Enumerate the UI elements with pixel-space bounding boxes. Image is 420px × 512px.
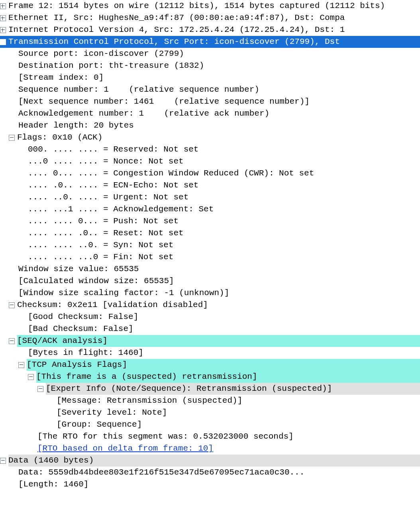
label-calcwin: [Calculated window size: 65535] (18, 275, 174, 287)
collapse-icon[interactable] (28, 374, 34, 380)
tree-row-expert[interactable]: [Expert Info (Note/Sequence): Retransmis… (0, 383, 420, 395)
label-frame: Frame 12: 1514 bytes on wire (12112 bits… (8, 0, 385, 12)
tree-row[interactable]: [The RTO for this segment was: 0.5320230… (0, 431, 420, 443)
expand-icon[interactable] (0, 3, 6, 9)
label-winscale: [Window size scaling factor: -1 (unknown… (18, 287, 229, 299)
label-flag-nonce: ...0 .... .... = Nonce: Not set (28, 156, 184, 167)
tree-row-rto-link[interactable]: [RTO based on delta from frame: 10] (0, 443, 420, 455)
tree-row[interactable]: [Bytes in flight: 1460] (0, 347, 420, 359)
tree-row[interactable]: 000. .... .... = Reserved: Not set (0, 144, 420, 156)
tree-row[interactable]: Header length: 20 bytes (0, 120, 420, 132)
collapse-icon[interactable] (9, 135, 15, 141)
label-tcp: Transmission Control Protocol, Src Port:… (8, 36, 345, 48)
tree-row-retransmission[interactable]: [This frame is a (suspected) retransmiss… (0, 371, 420, 383)
label-group: [Group: Sequence] (57, 419, 142, 431)
label-expert: [Expert Info (Note/Sequence): Retransmis… (46, 383, 420, 395)
tree-row[interactable]: .... .... 0... = Push: Not set (0, 215, 420, 227)
label-flag-fin: .... .... ...0 = Fin: Not set (28, 251, 173, 263)
label-seq: Sequence number: 1 (relative sequence nu… (18, 84, 259, 96)
tree-row[interactable]: Window size value: 65535 (0, 263, 420, 275)
tree-row[interactable]: ...0 .... .... = Nonce: Not set (0, 156, 420, 167)
tree-row-seqack[interactable]: [SEQ/ACK analysis] (0, 335, 420, 347)
tree-row[interactable]: [Calculated window size: 65535] (0, 275, 420, 287)
label-message: [Message: Retransmission (suspected)] (57, 395, 242, 407)
tree-row[interactable]: [Next sequence number: 1461 (relative se… (0, 96, 420, 108)
tree-row[interactable]: [Message: Retransmission (suspected)] (0, 395, 420, 407)
tree-row[interactable]: .... 0... .... = Congestion Window Reduc… (0, 167, 420, 179)
label-winsize: Window size value: 65535 (18, 263, 139, 275)
label-checksum: Checksum: 0x2e11 [validation disabled] (17, 299, 208, 311)
label-rtolink[interactable]: [RTO based on delta from frame: 10] (37, 443, 213, 455)
tree-row[interactable]: Destination port: tht-treasure (1832) (0, 60, 420, 72)
tree-row[interactable]: [Stream index: 0] (0, 72, 420, 84)
label-ack: Acknowledgement number: 1 (relative ack … (18, 108, 269, 120)
collapse-icon[interactable] (9, 338, 15, 344)
label-seqack: [SEQ/ACK analysis] (17, 335, 420, 347)
label-flag-syn: .... .... ..0. = Syn: Not set (28, 239, 173, 251)
collapse-icon[interactable] (18, 362, 24, 368)
packet-details-pane: Frame 12: 1514 bytes on wire (12112 bits… (0, 0, 420, 490)
label-ethernet: Ethernet II, Src: HughesNe_a9:4f:87 (00:… (8, 12, 345, 24)
label-severity: [Severity level: Note] (57, 407, 167, 419)
label-goodcs: [Good Checksum: False] (28, 311, 138, 323)
label-bif: [Bytes in flight: 1460] (28, 347, 143, 359)
label-flag-reset: .... .... .0.. = Reset: Not set (28, 227, 184, 239)
tree-row-ethernet[interactable]: Ethernet II, Src: HughesNe_a9:4f:87 (00:… (0, 12, 420, 24)
tree-row-ip[interactable]: Internet Protocol Version 4, Src: 172.25… (0, 24, 420, 36)
label-datalen: [Length: 1460] (18, 479, 88, 490)
tree-row[interactable]: .... .... ...0 = Fin: Not set (0, 251, 420, 263)
tree-row-flags[interactable]: Flags: 0x10 (ACK) (0, 132, 420, 144)
label-data: Data (1460 bytes) (8, 455, 420, 467)
tree-row[interactable]: [Window size scaling factor: -1 (unknown… (0, 287, 420, 299)
label-rto: [The RTO for this segment was: 0.5320230… (37, 431, 294, 443)
label-retx: [This frame is a (suspected) retransmiss… (36, 371, 420, 383)
tree-row-tcp[interactable]: Transmission Control Protocol, Src Port:… (0, 36, 420, 48)
tree-row[interactable]: [Length: 1460] (0, 479, 420, 490)
label-tcpanalysis: [TCP Analysis Flags] (27, 359, 420, 371)
tree-row[interactable]: [Good Checksum: False] (0, 311, 420, 323)
tree-row-analysis-flags[interactable]: [TCP Analysis Flags] (0, 359, 420, 371)
tree-row[interactable]: Data: 5559db44bdee803e1f216f515e347d5e67… (0, 467, 420, 479)
tree-row[interactable]: .... .... ..0. = Syn: Not set (0, 239, 420, 251)
label-ip: Internet Protocol Version 4, Src: 172.25… (8, 24, 345, 36)
tree-row[interactable]: .... ..0. .... = Urgent: Not set (0, 191, 420, 203)
label-dstport: Destination port: tht-treasure (1832) (18, 60, 204, 72)
tree-row[interactable]: Source port: icon-discover (2799) (0, 48, 420, 60)
expand-icon[interactable] (0, 15, 6, 21)
label-hdrlen: Header length: 20 bytes (18, 120, 134, 132)
label-flag-reserved: 000. .... .... = Reserved: Not set (28, 144, 198, 156)
label-flags: Flags: 0x10 (ACK) (17, 132, 102, 144)
tree-row-frame[interactable]: Frame 12: 1514 bytes on wire (12112 bits… (0, 0, 420, 12)
tree-row[interactable]: Sequence number: 1 (relative sequence nu… (0, 84, 420, 96)
collapse-icon[interactable] (0, 458, 6, 464)
tree-row[interactable]: Acknowledgement number: 1 (relative ack … (0, 108, 420, 120)
collapse-icon[interactable] (9, 302, 15, 308)
label-flag-ecn: .... .0.. .... = ECN-Echo: Not set (28, 179, 198, 191)
label-nextseq: [Next sequence number: 1461 (relative se… (18, 96, 310, 108)
tree-row-checksum[interactable]: Checksum: 0x2e11 [validation disabled] (0, 299, 420, 311)
collapse-icon[interactable] (37, 386, 43, 392)
tree-row[interactable]: [Bad Checksum: False] (0, 323, 420, 335)
tree-row[interactable]: .... .... .0.. = Reset: Not set (0, 227, 420, 239)
tree-row[interactable]: .... ...1 .... = Acknowledgement: Set (0, 203, 420, 215)
expand-icon[interactable] (0, 27, 6, 33)
tree-row[interactable]: [Group: Sequence] (0, 419, 420, 431)
label-streamindex: [Stream index: 0] (18, 72, 104, 84)
label-flag-ack: .... ...1 .... = Acknowledgement: Set (28, 203, 214, 215)
tree-row[interactable]: [Severity level: Note] (0, 407, 420, 419)
label-srcport: Source port: icon-discover (2799) (18, 48, 184, 60)
tree-row-data[interactable]: Data (1460 bytes) (0, 455, 420, 467)
tree-row[interactable]: .... .0.. .... = ECN-Echo: Not set (0, 179, 420, 191)
label-flag-urg: .... ..0. .... = Urgent: Not set (28, 191, 188, 203)
label-flag-cwr: .... 0... .... = Congestion Window Reduc… (28, 167, 314, 179)
label-flag-push: .... .... 0... = Push: Not set (28, 215, 179, 227)
collapse-icon[interactable] (0, 39, 6, 45)
label-datahex: Data: 5559db44bdee803e1f216f515e347d5e67… (18, 467, 304, 479)
label-badcs: [Bad Checksum: False] (28, 323, 133, 335)
